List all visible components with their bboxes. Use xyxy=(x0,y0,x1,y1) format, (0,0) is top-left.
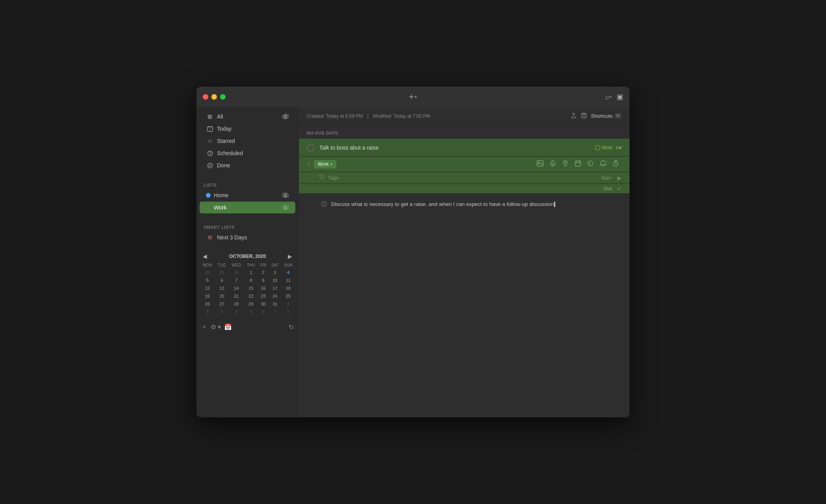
text-cursor xyxy=(554,202,555,207)
calendar-day[interactable]: 30 xyxy=(258,300,269,308)
task-title: Talk to boss abut a raise xyxy=(319,145,595,151)
sidebar-item-next3days[interactable]: ⚙ Next 3 Days xyxy=(200,232,295,243)
calendar-day[interactable]: 9 xyxy=(258,276,269,284)
calendar-day[interactable]: 31 xyxy=(269,300,281,308)
calendar-day[interactable]: 12 xyxy=(200,284,215,292)
calendar-day[interactable]: 27 xyxy=(215,300,229,308)
calendar-day[interactable]: 4 xyxy=(281,269,295,276)
calendar-day[interactable]: 21 xyxy=(228,292,244,300)
shortcuts-label: Shortcuts xyxy=(591,113,613,119)
add-calendar-button[interactable] xyxy=(572,158,584,170)
task-list-badge[interactable]: Work ▾ xyxy=(314,160,336,169)
maximize-button[interactable] xyxy=(220,94,226,100)
calendar-day[interactable]: 25 xyxy=(281,292,295,300)
calendar-day[interactable]: 17 xyxy=(269,284,281,292)
calendar-day[interactable]: 14 xyxy=(228,284,244,292)
calendar-day[interactable]: 1 xyxy=(244,269,258,276)
calendar-day[interactable]: 29 xyxy=(244,300,258,308)
svg-rect-9 xyxy=(596,145,600,150)
calendar-day[interactable]: 16 xyxy=(258,284,269,292)
add-list-button[interactable]: ＋ xyxy=(201,323,207,331)
due-check-button[interactable]: ✓ xyxy=(617,185,622,192)
calendar-day[interactable]: 13 xyxy=(215,284,229,292)
home-dot xyxy=(206,193,211,198)
timer-button[interactable] xyxy=(610,158,622,170)
task-row[interactable]: Talk to boss abut a raise Work ≡▾ xyxy=(299,139,630,157)
calendar-day[interactable]: 18 xyxy=(281,284,295,292)
delete-button[interactable] xyxy=(581,112,587,120)
work-dot xyxy=(206,205,211,210)
sidebar-item-starred[interactable]: ☆ Starred xyxy=(200,135,295,147)
titlebar-right: ⌕ ▾ ▣ xyxy=(605,93,623,101)
calendar-day[interactable]: 6 xyxy=(215,276,229,284)
task-list-view-btn[interactable]: ≡▾ xyxy=(616,145,622,151)
calendar-month-label: OCTOBER, 2020 xyxy=(229,254,266,259)
task-checkbox[interactable] xyxy=(307,144,315,152)
start-due-row: Due ✓ xyxy=(299,184,630,194)
calendar-day[interactable]: 3 xyxy=(269,269,281,276)
layout-button[interactable]: ▣ xyxy=(617,93,623,101)
shortcuts-button[interactable]: Shortcuts ⌘ xyxy=(591,113,622,119)
calendar-day[interactable]: 11 xyxy=(281,276,295,284)
calendar-day[interactable]: 5 xyxy=(244,308,258,316)
calendar-day[interactable]: 8 xyxy=(281,308,295,316)
settings-button[interactable]: ⚙ ▾ xyxy=(211,323,221,331)
calendar-day[interactable]: 6 xyxy=(258,308,269,316)
calendar-day[interactable]: 2 xyxy=(200,308,215,316)
sidebar-label-starred: Starred xyxy=(217,138,289,144)
calendar-prev-button[interactable]: ◀ xyxy=(203,253,207,259)
done-icon xyxy=(206,163,214,169)
calendar-day[interactable]: 28 xyxy=(200,269,215,276)
calendar-day[interactable]: 8 xyxy=(244,276,258,284)
calendar-day[interactable]: 24 xyxy=(269,292,281,300)
calendar-day[interactable]: 15 xyxy=(244,284,258,292)
repeat-button[interactable] xyxy=(585,158,596,170)
sidebar-item-done[interactable]: Done xyxy=(200,159,295,171)
svg-point-7 xyxy=(207,163,212,168)
calendar-day[interactable]: 2 xyxy=(258,269,269,276)
drag-handle-icon: ⠿ xyxy=(307,161,311,167)
calendar-day[interactable]: 7 xyxy=(269,308,281,316)
calendar-day[interactable]: 19 xyxy=(200,292,215,300)
calendar-day[interactable]: 20 xyxy=(215,292,229,300)
calendar-day[interactable]: 23 xyxy=(258,292,269,300)
sidebar-item-today[interactable]: 4 Today xyxy=(200,123,295,135)
calendar-next-button[interactable]: ▶ xyxy=(288,253,292,259)
add-image-button[interactable] xyxy=(534,158,546,170)
calendar-day[interactable]: 10 xyxy=(269,276,281,284)
app-window: + ▾ ⌕ ▾ ▣ ⊞ All 2 xyxy=(196,87,630,417)
refresh-button[interactable]: ↻ xyxy=(289,323,294,331)
sidebar-item-work[interactable]: Work 1 xyxy=(200,202,295,213)
share-button[interactable] xyxy=(570,112,577,120)
no-due-date-header: NO DUE DATE xyxy=(299,125,630,139)
close-button[interactable] xyxy=(203,94,208,100)
sidebar: ⊞ All 2 4 Today xyxy=(196,107,299,417)
add-button[interactable]: + ▾ xyxy=(409,92,417,102)
calendar-day[interactable]: 3 xyxy=(215,308,229,316)
calendar-day[interactable]: 22 xyxy=(244,292,258,300)
sidebar-label-all: All xyxy=(217,113,282,120)
sidebar-item-scheduled[interactable]: Scheduled xyxy=(200,147,295,159)
calendar-day[interactable]: 26 xyxy=(200,300,215,308)
add-audio-button[interactable] xyxy=(547,158,559,170)
sidebar-item-home[interactable]: Home 1 xyxy=(200,189,295,201)
search-button[interactable]: ⌕ ▾ xyxy=(605,93,612,101)
calendar-day[interactable]: 5 xyxy=(200,276,215,284)
sidebar-badge-all: 2 xyxy=(282,114,289,119)
calendar-day[interactable]: 28 xyxy=(228,300,244,308)
start-play-button[interactable]: ▶ xyxy=(617,175,622,181)
shortcuts-key: ⌘ xyxy=(614,113,622,119)
sidebar-item-all[interactable]: ⊞ All 2 xyxy=(200,111,295,122)
add-location-button[interactable] xyxy=(559,158,571,170)
calendar-day[interactable]: 30 xyxy=(228,269,244,276)
notes-text[interactable]: Discuss what is necessary to get a raise… xyxy=(331,200,622,209)
sidebar-label-next3days: Next 3 Days xyxy=(217,234,289,241)
calendar-day[interactable]: 1 xyxy=(281,300,295,308)
calendar-view-button[interactable]: 📅 xyxy=(224,323,232,331)
calendar-day[interactable]: 7 xyxy=(228,276,244,284)
add-reminder-button[interactable] xyxy=(597,158,609,170)
calendar-day[interactable]: 4 xyxy=(228,308,244,316)
calendar-day[interactable]: 29 xyxy=(215,269,229,276)
minimize-button[interactable] xyxy=(211,94,217,100)
tag-icon xyxy=(319,174,325,181)
